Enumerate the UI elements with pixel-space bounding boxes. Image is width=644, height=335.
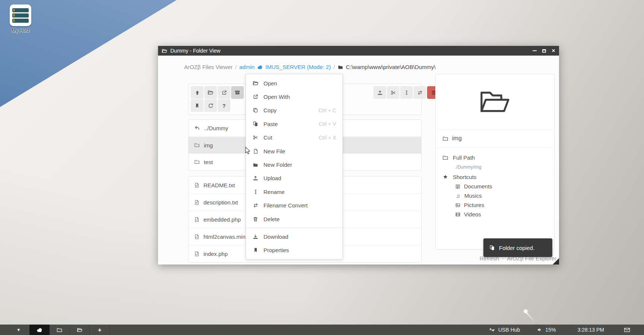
menu-item-delete[interactable]: Delete <box>246 212 342 226</box>
taskbar-app-folder[interactable] <box>50 325 70 335</box>
taskbar-app-folder-open[interactable] <box>70 325 90 335</box>
menu-divider <box>246 228 342 228</box>
taskbar: ▼ + USB Hub <box>0 325 644 335</box>
bookmark-button[interactable] <box>191 99 203 112</box>
taskbar-app-cloud[interactable] <box>29 325 50 335</box>
contrail-dot <box>524 310 527 313</box>
menu-item-open-with[interactable]: Open With <box>246 90 342 103</box>
file-text-icon <box>194 200 199 205</box>
cut-button[interactable] <box>387 86 400 99</box>
rename-icon <box>252 189 259 195</box>
taskbar-add-button[interactable]: + <box>90 325 110 335</box>
window-titlebar[interactable]: Dummy - Folder View ✕ <box>158 46 559 56</box>
toast-message: Folder copied. <box>499 245 534 251</box>
download-icon <box>252 234 259 239</box>
envelope-icon <box>624 327 631 333</box>
desktop-icon-my-host[interactable]: My Host <box>6 4 35 33</box>
folder-open-icon <box>252 80 259 86</box>
menu-item-paste[interactable]: Paste Ctrl + V <box>246 117 342 131</box>
file-name: description.txt <box>203 199 238 206</box>
folder-icon <box>56 327 63 333</box>
mail-indicator[interactable] <box>624 327 631 333</box>
open-button[interactable] <box>204 86 217 99</box>
trash-icon <box>252 216 259 222</box>
up-directory-button[interactable] <box>191 86 203 99</box>
breadcrumb-separator: / <box>235 64 237 70</box>
server-icon[interactable] <box>10 4 31 26</box>
folder-open-icon <box>162 48 167 54</box>
folder-name: img <box>204 142 213 148</box>
menu-item-cut[interactable]: Cut Ctrl + X <box>246 131 342 144</box>
menu-item-properties[interactable]: Properties <box>246 244 342 257</box>
menu-item-upload[interactable]: Upload <box>246 172 342 185</box>
volume-label: 15% <box>545 327 556 333</box>
menu-item-rename[interactable]: Rename <box>246 185 342 198</box>
clock[interactable]: 3:28:13 PM <box>577 327 604 333</box>
paste-icon <box>252 121 259 127</box>
menu-shortcut: Ctrl + X <box>319 135 336 141</box>
file-code-icon <box>194 217 199 222</box>
breadcrumb-user-link[interactable]: admin IMUS_SERVER (Mode: 2) <box>239 64 331 70</box>
resize-handle[interactable] <box>553 258 559 264</box>
menu-item-filename-convert[interactable]: Filename Convert <box>246 199 342 212</box>
menu-shortcut: Ctrl + C <box>318 107 336 113</box>
refresh-button[interactable] <box>204 99 217 112</box>
file-text-icon <box>194 182 199 188</box>
folder-view-window: Dummy - Folder View ✕ ArOZβ Files Viewer… <box>158 46 559 264</box>
breadcrumb: ArOZβ Files Viewer / admin IMUS_SERVER (… <box>184 64 436 70</box>
full-path-label: Full Path <box>453 154 475 161</box>
breadcrumb-server[interactable]: IMUS_SERVER (Mode: 2) <box>265 64 331 70</box>
help-button[interactable]: ? <box>218 99 230 112</box>
panel-hero <box>436 74 554 129</box>
breadcrumb-path: C:\wamp\www\private\AOB\Dummy\ <box>338 64 436 70</box>
menu-item-new-file[interactable]: New File <box>246 144 342 158</box>
volume-indicator[interactable]: 15% <box>537 327 556 333</box>
toast-notification: Folder copied. <box>483 238 552 257</box>
file-name: README.txt <box>203 182 235 188</box>
shortcut-musics[interactable]: ♫ Musics <box>442 191 547 200</box>
menu-item-open[interactable]: Open <box>246 76 342 90</box>
upload-button[interactable] <box>373 86 386 99</box>
folder-icon <box>442 136 448 141</box>
filename-convert-button[interactable] <box>414 86 426 99</box>
file-code-icon <box>194 251 199 257</box>
shortcut-videos[interactable]: Videos <box>442 210 547 219</box>
breadcrumb-separator: / <box>334 64 335 70</box>
menu-item-download[interactable]: Download <box>246 230 342 243</box>
copy-icon <box>489 245 495 251</box>
file-name: html2canvas.min.js <box>203 234 251 240</box>
archive-button[interactable] <box>231 86 244 99</box>
star-icon: ★ <box>442 173 448 180</box>
folder-open-icon <box>76 327 83 333</box>
menu-item-new-folder[interactable]: New Folder <box>246 158 342 171</box>
reply-icon <box>194 125 200 131</box>
file-name: index.php <box>203 251 228 257</box>
full-path-value: ./Dummy/img <box>442 162 547 172</box>
chevron-down-icon[interactable]: ▼ <box>16 328 22 332</box>
documents-icon <box>455 184 461 189</box>
parent-directory-label: ../Dummy <box>204 125 228 131</box>
shortcut-documents[interactable]: Documents <box>442 182 547 191</box>
folder-open-large-icon <box>478 88 512 115</box>
bookmark-icon <box>252 247 259 253</box>
info-panel: img Full Path ./Dummy/img ★ Shortcuts Do… <box>435 74 555 250</box>
cut-icon <box>252 135 259 140</box>
shortcut-pictures[interactable]: Pictures <box>442 200 547 210</box>
file-code-icon <box>194 234 199 239</box>
taskbar-tray: USB Hub 15% 3:28:13 PM <box>489 327 644 333</box>
usb-indicator[interactable]: USB Hub <box>489 327 520 333</box>
cloud-icon <box>257 65 263 70</box>
rename-button[interactable] <box>400 86 413 99</box>
file-name: embedded.php <box>203 216 241 223</box>
breadcrumb-app-name: ArOZβ Files Viewer <box>184 64 233 70</box>
maximize-icon[interactable] <box>542 49 546 53</box>
close-icon[interactable]: ✕ <box>552 48 555 53</box>
server-bar <box>12 13 29 18</box>
window-title: Dummy - Folder View <box>170 48 220 54</box>
folder-name: test <box>204 159 213 165</box>
panel-folder-name-row: img <box>436 129 554 148</box>
minimize-icon[interactable] <box>533 50 537 51</box>
music-icon: ♫ <box>455 193 461 199</box>
menu-item-copy[interactable]: Copy Ctrl + C <box>246 104 342 117</box>
open-with-button[interactable] <box>218 86 230 99</box>
